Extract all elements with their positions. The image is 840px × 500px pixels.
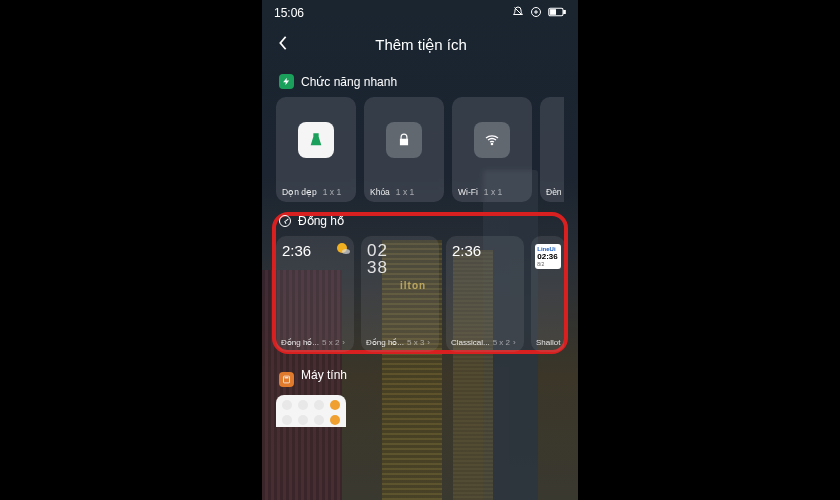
header: Thêm tiện ích bbox=[262, 22, 578, 68]
card-preview bbox=[540, 97, 564, 183]
phone-screen: ilton 15:06 Thêm tiện ích Chức năng nha bbox=[262, 0, 578, 500]
battery-saver-icon bbox=[530, 6, 542, 21]
card-label: Shallot bbox=[531, 334, 564, 352]
status-icons bbox=[512, 6, 566, 21]
section-clock: Đồng hồ 2:36 Đồng hồ... 5 x 2 › bbox=[276, 214, 564, 352]
card-label: Đồng hồ... 5 x 2 › bbox=[276, 334, 354, 352]
card-label: Khóa 1 x 1 bbox=[364, 183, 444, 202]
calculator-icon bbox=[279, 372, 294, 387]
lock-icon bbox=[386, 122, 422, 158]
section-title: Máy tính bbox=[301, 368, 347, 382]
battery-icon bbox=[548, 6, 566, 20]
card-preview bbox=[276, 97, 356, 183]
clock-time-line2: 38 bbox=[367, 259, 433, 276]
section-title: Đồng hồ bbox=[298, 214, 344, 228]
svg-rect-5 bbox=[284, 376, 290, 383]
clock-time: 2:36 bbox=[452, 242, 481, 259]
status-bar: 15:06 bbox=[262, 0, 578, 22]
widget-card-clock2[interactable]: 02 38 Đồng hồ... 5 x 3 › bbox=[361, 236, 439, 352]
lineui-preview: LineUi 02:36 8/2 bbox=[535, 244, 561, 269]
widget-card-lock[interactable]: Khóa 1 x 1 bbox=[364, 97, 444, 202]
card-label: Classical... 5 x 2 › bbox=[446, 334, 524, 352]
widget-card-clock3[interactable]: 2:36 Classical... 5 x 2 › bbox=[446, 236, 524, 352]
section-header-calculator: Máy tính bbox=[276, 362, 564, 387]
widget-card-cleanup[interactable]: Dọn dẹp 1 x 1 bbox=[276, 97, 356, 202]
svg-rect-2 bbox=[564, 11, 566, 14]
status-time: 15:06 bbox=[274, 6, 304, 20]
card-preview: 02 38 bbox=[361, 236, 439, 334]
card-preview: LineUi 02:36 8/2 bbox=[531, 236, 564, 334]
weather-icon bbox=[337, 243, 347, 253]
widget-card-clock4[interactable]: LineUi 02:36 8/2 Shallot bbox=[531, 236, 564, 352]
wifi-icon bbox=[474, 122, 510, 158]
quick-row: Dọn dẹp 1 x 1 Khóa 1 x 1 bbox=[276, 97, 564, 202]
card-label: Wi-Fi 1 x 1 bbox=[452, 183, 532, 202]
widget-card-calculator[interactable] bbox=[276, 395, 346, 427]
card-preview bbox=[364, 97, 444, 183]
clock-row: 2:36 Đồng hồ... 5 x 2 › 02 38 bbox=[276, 236, 564, 352]
cleanup-icon bbox=[298, 122, 334, 158]
chevron-right-icon: › bbox=[427, 338, 430, 347]
widget-card-flashlight[interactable]: Đèn Pin bbox=[540, 97, 564, 202]
svg-rect-3 bbox=[550, 10, 555, 15]
chevron-right-icon: › bbox=[513, 338, 516, 347]
card-label: Đồng hồ... 5 x 3 › bbox=[361, 334, 439, 352]
card-label: Đèn Pin bbox=[540, 183, 564, 202]
section-header-quick: Chức năng nhanh bbox=[276, 74, 564, 89]
card-preview bbox=[452, 97, 532, 183]
chevron-right-icon: › bbox=[342, 338, 345, 347]
svg-rect-6 bbox=[285, 377, 289, 378]
card-label: Dọn dẹp 1 x 1 bbox=[276, 183, 356, 202]
page-title: Thêm tiện ích bbox=[264, 36, 578, 54]
widget-card-wifi[interactable]: Wi-Fi 1 x 1 bbox=[452, 97, 532, 202]
clock-time-line1: 02 bbox=[367, 242, 433, 259]
widget-card-clock1[interactable]: 2:36 Đồng hồ... 5 x 2 › bbox=[276, 236, 354, 352]
section-title: Chức năng nhanh bbox=[301, 75, 397, 89]
svg-point-4 bbox=[491, 143, 492, 144]
clock-time: 2:36 bbox=[282, 242, 311, 259]
card-preview: 2:36 bbox=[446, 236, 524, 334]
bolt-icon bbox=[279, 74, 294, 89]
clock-icon bbox=[279, 215, 291, 227]
section-header-clock: Đồng hồ bbox=[276, 214, 564, 228]
card-preview: 2:36 bbox=[276, 236, 354, 334]
section-calculator: Máy tính bbox=[276, 362, 564, 427]
dnd-icon bbox=[512, 6, 524, 21]
